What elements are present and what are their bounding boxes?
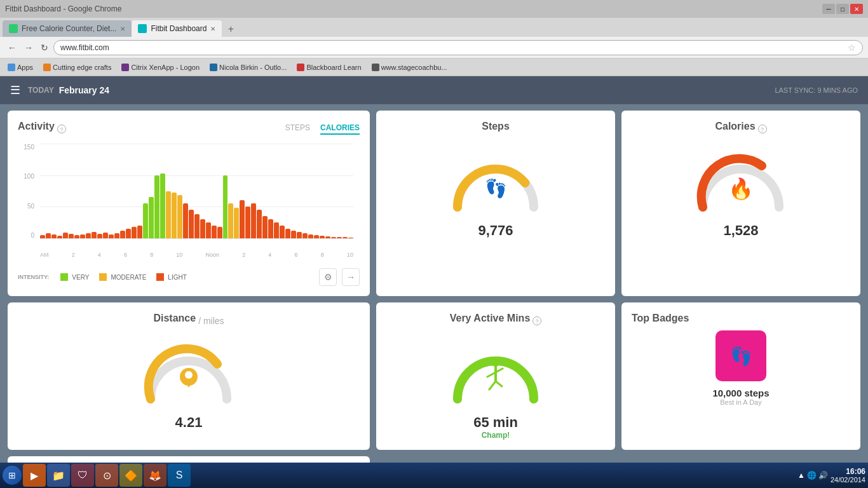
bar-4[interactable] — [63, 233, 68, 238]
bar-35[interactable] — [240, 200, 245, 238]
tab-calories[interactable]: CALORIES — [320, 123, 360, 135]
calories-gauge-svg: 🔥 — [690, 144, 792, 214]
taskbar-app5[interactable]: 🔶 — [119, 464, 142, 487]
bar-48[interactable] — [314, 235, 319, 238]
bar-54[interactable] — [348, 238, 353, 238]
bar-13[interactable] — [114, 233, 119, 238]
bar-34[interactable] — [234, 208, 239, 238]
volume-icon[interactable]: 🔊 — [818, 471, 828, 480]
tray-arrow-icon[interactable]: ▲ — [797, 471, 805, 480]
bar-1[interactable] — [46, 233, 51, 238]
bar-10[interactable] — [97, 234, 102, 238]
bar-12[interactable] — [109, 234, 114, 238]
bar-11[interactable] — [103, 233, 108, 238]
bar-28[interactable] — [200, 219, 205, 238]
bar-32[interactable] — [223, 175, 228, 238]
start-button[interactable]: ⊞ — [3, 466, 22, 485]
bookmark-stagecoach-label: www.stagecoachbu... — [381, 64, 447, 71]
bar-26[interactable] — [189, 210, 194, 238]
back-button[interactable]: ← — [5, 41, 19, 54]
tab2-close[interactable]: ✕ — [210, 25, 215, 32]
bar-42[interactable] — [280, 226, 285, 238]
taskbar-chrome[interactable]: ⊙ — [95, 464, 118, 487]
menu-icon[interactable]: ☰ — [10, 83, 20, 97]
bar-21[interactable] — [160, 173, 165, 238]
bar-49[interactable] — [320, 236, 325, 238]
bar-50[interactable] — [325, 236, 330, 238]
bar-41[interactable] — [274, 222, 279, 238]
bar-19[interactable] — [149, 197, 154, 238]
bar-8[interactable] — [86, 233, 91, 238]
activity-help-icon[interactable]: ? — [57, 125, 66, 133]
bookmark-citrix[interactable]: Citrix XenApp - Logon — [118, 62, 203, 72]
calories-help-icon[interactable]: ? — [758, 125, 767, 133]
close-button[interactable]: ✕ — [850, 4, 863, 14]
address-bar[interactable]: www.fitbit.com ☆ — [53, 40, 863, 55]
bar-44[interactable] — [291, 231, 296, 238]
bar-16[interactable] — [132, 227, 137, 238]
bar-33[interactable] — [228, 203, 233, 238]
taskbar-app2[interactable]: 📁 — [47, 464, 70, 487]
new-tab-button[interactable]: + — [222, 22, 240, 37]
bar-2[interactable] — [51, 234, 57, 238]
x-8pm: 8 — [321, 252, 324, 258]
taskbar-app3[interactable]: 🛡 — [71, 464, 94, 487]
legend-moderate: MODERATE — [99, 273, 146, 281]
bar-25[interactable] — [183, 203, 188, 238]
bar-6[interactable] — [74, 235, 79, 238]
bar-53[interactable] — [342, 237, 348, 238]
bookmark-outlook[interactable]: Nicola Birkin - Outlo... — [206, 62, 290, 72]
taskbar-app1[interactable]: ▶ — [23, 464, 46, 487]
bar-40[interactable] — [268, 219, 273, 238]
tab-1[interactable]: Free Calorie Counter, Diet... ✕ — [3, 20, 132, 37]
window-controls: ─ □ ✕ — [822, 4, 863, 14]
bar-7[interactable] — [80, 234, 85, 238]
minimize-button[interactable]: ─ — [822, 4, 835, 14]
bar-9[interactable] — [92, 232, 97, 238]
steps-gauge-svg: 👣 — [445, 144, 546, 214]
bookmark-star-icon[interactable]: ☆ — [848, 43, 856, 53]
bar-23[interactable] — [172, 193, 177, 238]
bar-17[interactable] — [137, 226, 142, 238]
card-actions: ⚙ → — [319, 268, 360, 286]
bar-38[interactable] — [257, 210, 262, 238]
bar-30[interactable] — [212, 226, 217, 238]
taskbar-firefox[interactable]: 🦊 — [144, 464, 166, 487]
bookmark-crafts[interactable]: Cutting edge crafts — [39, 62, 115, 72]
bar-22[interactable] — [166, 191, 171, 239]
bar-47[interactable] — [308, 234, 313, 238]
bar-29[interactable] — [206, 222, 211, 238]
bar-14[interactable] — [120, 231, 125, 238]
maximize-button[interactable]: □ — [836, 4, 849, 14]
bar-43[interactable] — [285, 229, 290, 238]
bar-37[interactable] — [251, 203, 256, 238]
bar-51[interactable] — [331, 237, 336, 238]
bar-20[interactable] — [154, 175, 159, 238]
bar-3[interactable] — [57, 236, 62, 238]
forward-button[interactable]: → — [22, 41, 36, 54]
bar-15[interactable] — [126, 229, 131, 238]
bookmark-outlook-label: Nicola Birkin - Outlo... — [219, 64, 287, 71]
bar-24[interactable] — [177, 195, 182, 238]
bar-46[interactable] — [302, 233, 308, 238]
taskbar-skype[interactable]: S — [168, 464, 191, 487]
bookmark-stagecoach[interactable]: www.stagecoachbu... — [368, 62, 451, 72]
bar-45[interactable] — [297, 232, 302, 238]
bookmark-blackboard[interactable]: Blackboard Learn — [293, 62, 365, 72]
tab-2[interactable]: Fitbit Dashboard ✕ — [132, 20, 222, 37]
bar-39[interactable] — [262, 216, 268, 238]
bar-31[interactable] — [217, 227, 222, 238]
bar-18[interactable] — [143, 203, 148, 238]
settings-button[interactable]: ⚙ — [319, 268, 337, 286]
bar-27[interactable] — [194, 214, 200, 238]
bar-52[interactable] — [337, 237, 342, 238]
bar-5[interactable] — [69, 234, 74, 238]
bookmark-apps[interactable]: Apps — [4, 62, 37, 72]
tab-steps[interactable]: STEPS — [285, 123, 310, 135]
bar-0[interactable] — [40, 235, 45, 238]
bar-36[interactable] — [245, 207, 250, 238]
reload-button[interactable]: ↻ — [38, 41, 51, 54]
navigate-button[interactable]: → — [342, 268, 360, 286]
tab1-close[interactable]: ✕ — [120, 25, 125, 32]
active-mins-help-icon[interactable]: ? — [532, 316, 541, 325]
